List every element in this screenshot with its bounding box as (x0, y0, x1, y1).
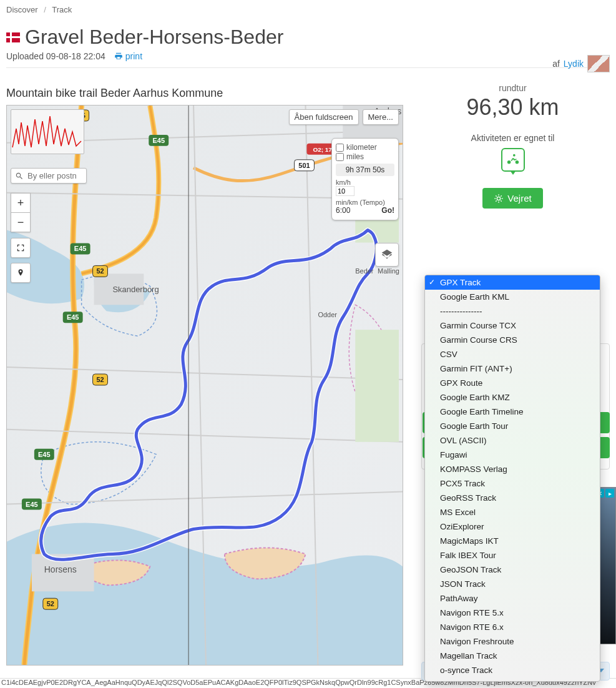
print-icon (114, 52, 123, 61)
svg-line-43 (496, 195, 497, 196)
track-title-text: Gravel Beder-Horsens-Beder (25, 26, 283, 49)
svg-text:Horsens: Horsens (44, 564, 77, 574)
svg-line-45 (496, 200, 497, 201)
svg-point-38 (497, 197, 501, 200)
pace-calculator-panel: kilometer miles 9h 37m 50s km/h min/km (… (331, 138, 399, 220)
export-option[interactable]: OziExplorer (425, 519, 600, 534)
denmark-flag-icon (6, 32, 20, 42)
speed-input[interactable] (336, 186, 354, 196)
fullscreen-button[interactable]: Åben fuldscreen (289, 109, 359, 125)
page-title: Gravel Beder-Horsens-Beder (6, 26, 610, 49)
export-option[interactable]: OVL (ASCII) (425, 433, 600, 448)
expand-button[interactable] (11, 238, 31, 258)
export-option[interactable]: GeoRSS Track (425, 491, 600, 505)
export-option[interactable]: GeoJSON Track (425, 563, 600, 577)
svg-text:E45: E45 (67, 313, 79, 321)
export-option[interactable]: Garmin Course TCX (425, 318, 600, 333)
export-option[interactable]: Falk IBEX Tour (425, 548, 600, 563)
weather-button[interactable]: Vejret (482, 188, 542, 209)
locate-button[interactable] (11, 263, 31, 283)
export-option[interactable]: Google Earth Tour (425, 419, 600, 433)
zoom-in-button[interactable]: + (11, 193, 31, 213)
export-option[interactable]: MagicMaps IKT (425, 534, 600, 548)
export-option[interactable]: Garmin FIT (ANT+) (425, 361, 600, 376)
layers-icon (381, 248, 393, 261)
svg-rect-6 (355, 330, 399, 442)
export-option[interactable]: Navigon RTE 6.x (425, 620, 600, 634)
svg-text:E45: E45 (38, 451, 51, 458)
author-line: af Lydik (552, 55, 610, 72)
breadcrumb: Discover / Track (6, 5, 610, 14)
export-option[interactable]: Garmin Course CRS (425, 333, 600, 347)
export-option[interactable]: --------------- (425, 304, 600, 318)
export-option[interactable]: PathAway (425, 591, 600, 606)
export-option[interactable]: CSV (425, 347, 600, 361)
svg-text:501: 501 (298, 162, 310, 169)
breadcrumb-track[interactable]: Track (52, 5, 72, 14)
export-option[interactable]: Google Earth KMZ (425, 390, 600, 405)
pace-unit-label: min/km (Tempo) (336, 199, 394, 206)
uploaded-timestamp: Uploaded 09-08-18 22:04 (6, 51, 105, 61)
svg-text:52: 52 (47, 600, 54, 607)
export-option[interactable]: Fugawi (425, 448, 600, 462)
map-search[interactable] (11, 168, 87, 184)
export-option[interactable]: Navigon RTE 5.x (425, 606, 600, 620)
svg-text:E45: E45 (26, 501, 38, 508)
pin-icon (16, 268, 25, 277)
print-link[interactable]: print (114, 51, 142, 61)
export-option[interactable]: Navigon Freshroute (425, 634, 600, 649)
export-option[interactable]: Google Earth Timeline (425, 405, 600, 419)
distance-value: 96,30 km (416, 94, 610, 120)
ad-info-icon[interactable]: ▸ (605, 489, 614, 498)
unit-miles-option[interactable]: miles (336, 152, 394, 161)
activity-suitable-label: Aktiviteten er egnet til (416, 133, 610, 143)
author-link[interactable]: Lydik (564, 59, 584, 69)
estimated-time: 9h 37m 50s (336, 164, 394, 176)
svg-text:E45: E45 (152, 137, 165, 144)
export-option[interactable]: CompeGPS Track (425, 677, 600, 682)
more-button[interactable]: Mere... (363, 109, 399, 125)
export-option[interactable]: o-synce Track (425, 663, 600, 677)
author-avatar[interactable] (587, 55, 610, 72)
export-option[interactable]: PCX5 Track (425, 476, 600, 491)
expand-icon (16, 243, 25, 252)
zoom-out-button[interactable]: − (11, 213, 31, 232)
svg-text:52: 52 (96, 376, 104, 383)
svg-text:Odder: Odder (318, 311, 337, 318)
export-option[interactable]: Magellan Track (425, 649, 600, 663)
search-icon (15, 172, 24, 180)
elevation-thumbnail[interactable] (11, 109, 84, 154)
export-option[interactable]: GPX Track (425, 275, 600, 290)
export-option[interactable]: MS Excel (425, 505, 600, 519)
svg-text:Malling: Malling (378, 267, 399, 275)
svg-text:52: 52 (96, 267, 104, 275)
svg-line-44 (501, 200, 502, 201)
export-option[interactable]: GPX Route (425, 376, 600, 390)
export-option[interactable]: Google Earth KML (425, 290, 600, 304)
trail-description: Mountain bike trail Beder Aarhus Kommune (6, 87, 403, 100)
speed-unit-label: km/h (336, 179, 394, 186)
svg-line-46 (501, 195, 502, 196)
map-search-input[interactable] (26, 170, 82, 181)
mountain-bike-icon (501, 148, 525, 172)
svg-text:E45: E45 (74, 245, 87, 252)
unit-km-option[interactable]: kilometer (336, 143, 394, 152)
svg-text:Beder: Beder (355, 267, 374, 275)
map[interactable]: E45 E45 E45 E45 E45 15 15 52 52 52 (6, 105, 403, 666)
export-format-dropdown[interactable]: GPX TrackGoogle Earth KML---------------… (424, 275, 600, 682)
export-option[interactable]: KOMPASS Verlag (425, 462, 600, 476)
layers-button[interactable] (375, 243, 399, 267)
sun-icon (494, 194, 504, 204)
pace-value: 6:00 (336, 206, 350, 215)
breadcrumb-discover[interactable]: Discover (6, 5, 38, 14)
export-option[interactable]: JSON Track (425, 577, 600, 591)
go-button[interactable]: Go! (381, 206, 394, 215)
svg-text:Skanderborg: Skanderborg (112, 285, 159, 294)
roundtrip-label: rundtur (416, 83, 610, 93)
